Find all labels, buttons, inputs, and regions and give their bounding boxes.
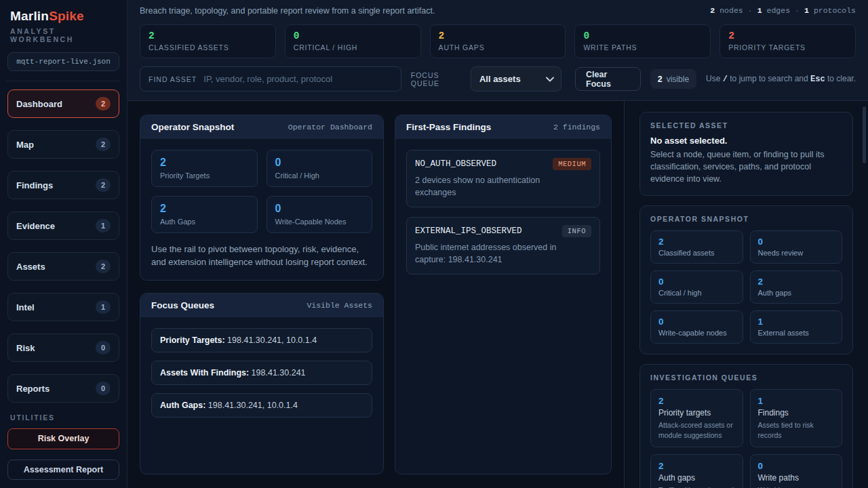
content-row: Operator Snapshot Operator Dashboard 2 P… (127, 101, 868, 488)
sidebar-item-label: Evidence (16, 221, 55, 231)
sidebar-item-map[interactable]: Map 2 (7, 130, 119, 159)
visible-count: 2 (658, 75, 663, 84)
esc-key-hint: Esc (810, 75, 825, 84)
card-title: First-Pass Findings (406, 122, 491, 132)
finding-description: 2 devices show no authentication exchang… (415, 175, 565, 199)
clear-focus-button[interactable]: Clear Focus (575, 67, 641, 91)
hint-text: to clear. (825, 74, 856, 83)
tile-label: Write-capable nodes (658, 329, 735, 337)
tile-value: 2 (160, 157, 249, 169)
first-pass-findings-card: First-Pass Findings 2 findings NO_AUTH_O… (395, 115, 612, 474)
queue-tile-auth-gaps[interactable]: 2 Auth gaps Traffic without observed aut… (650, 454, 743, 488)
brand-subtitle: ANALYST WORKBENCH (10, 27, 117, 43)
assessment-report-button[interactable]: Assessment Report (7, 460, 119, 481)
sidebar-nav: Dashboard 2 Map 2 Findings 2 Evidence 1 … (7, 89, 119, 403)
queue-row-assets-with-findings[interactable]: Assets With Findings: 198.41.30.241 (151, 361, 372, 385)
finding-code: NO_AUTH_OBSERVED (415, 159, 496, 169)
chevron-down-icon (546, 74, 554, 84)
tile-priority-targets: 2 Priority Targets (151, 150, 258, 187)
tile-auth-gaps: 2 Auth Gaps (151, 196, 258, 233)
card-header: Focus Queues Visible Assets (140, 293, 383, 317)
report-artifact-pill[interactable]: mqtt-report-live.json (7, 52, 119, 71)
brand-logo: MarlinSpike (7, 9, 119, 24)
queue-row-label: Assets With Findings: (160, 368, 249, 378)
rail-tile-critical-high: 0 Critical / high (650, 270, 743, 304)
brand-name-accent: Spike (49, 9, 84, 23)
tile-write-capable-nodes: 0 Write-Capable Nodes (267, 196, 373, 233)
kpi-critical-high: 0 CRITICAL / HIGH (285, 24, 421, 58)
kpi-row: 2 CLASSIFIED ASSETS 0 CRITICAL / HIGH 2 … (127, 21, 868, 66)
queue-row-value: 198.41.30.241, 10.0.1.4 (205, 401, 298, 410)
kpi-value: 0 (583, 30, 702, 41)
rail-operator-snapshot-panel: OPERATOR SNAPSHOT 2 Classified assets 0 … (639, 205, 853, 354)
tile-description: Writable or program-capable edges (758, 485, 835, 488)
kpi-priority-targets: 2 PRIORITY TARGETS (719, 24, 856, 58)
sidebar-item-intel[interactable]: Intel 1 (7, 293, 119, 321)
queue-row-priority-targets[interactable]: Priority Targets: 198.41.30.241, 10.0.1.… (151, 328, 372, 352)
selected-asset-body: Select a node, queue item, or finding to… (650, 148, 842, 185)
finding-no-auth-observed[interactable]: NO_AUTH_OBSERVED MEDIUM 2 devices show n… (406, 150, 600, 207)
sidebar-item-findings[interactable]: Findings 2 (7, 171, 119, 199)
tile-value: 0 (658, 277, 735, 287)
find-asset-box[interactable]: FIND ASSET (140, 66, 401, 92)
kpi-label: CRITICAL / HIGH (294, 43, 412, 52)
sidebar-item-count: 1 (96, 219, 111, 232)
queue-tile-write-paths[interactable]: 0 Write paths Writable or program-capabl… (750, 454, 843, 488)
visible-label: visible (667, 75, 689, 84)
sidebar-item-dashboard[interactable]: Dashboard 2 (7, 89, 119, 118)
tile-value: 0 (758, 237, 835, 247)
sidebar-item-evidence[interactable]: Evidence 1 (7, 211, 119, 240)
tile-label: Priority Targets (160, 171, 249, 180)
queue-row-value: 198.41.30.241, 10.0.1.4 (225, 336, 317, 345)
queue-tile-findings[interactable]: 1 Findings Assets tied to risk records (750, 389, 843, 447)
focus-queue-value: All assets (479, 74, 521, 84)
tile-value: 2 (658, 461, 735, 471)
sidebar-item-count: 2 (96, 178, 111, 192)
selected-asset-panel: SELECTED ASSET No asset selected. Select… (639, 112, 853, 196)
tile-value: 0 (275, 203, 364, 215)
queue-row-auth-gaps[interactable]: Auth Gaps: 198.41.30.241, 10.0.1.4 (151, 393, 372, 418)
main-area: Breach triage, topology, and portable re… (127, 0, 868, 488)
kpi-value: 2 (149, 30, 267, 41)
focus-queue-select[interactable]: All assets (471, 66, 561, 92)
hint-text: to jump to search and (728, 74, 810, 83)
protocols-count: 1 (804, 6, 809, 15)
tile-value: 1 (758, 317, 835, 327)
rail-tile-classified-assets: 2 Classified assets (650, 230, 743, 264)
card-header: Operator Snapshot Operator Dashboard (140, 115, 383, 139)
nodes-label: nodes (719, 6, 743, 15)
tile-label: Classified assets (658, 249, 735, 257)
content-columns: Operator Snapshot Operator Dashboard 2 P… (127, 101, 624, 488)
find-asset-input[interactable] (203, 74, 392, 84)
sidebar-item-label: Assets (16, 262, 45, 272)
stat-separator: · (748, 6, 753, 15)
keyboard-hint: Use / to jump to search and Esc to clear… (706, 74, 856, 84)
protocols-label: protocols (814, 6, 856, 15)
sidebar-item-assets[interactable]: Assets 2 (7, 252, 119, 281)
rail-scrollbar[interactable] (863, 106, 866, 163)
card-meta: Operator Dashboard (288, 123, 372, 131)
sidebar-item-reports[interactable]: Reports 0 (7, 374, 119, 403)
card-header: First-Pass Findings 2 findings (395, 115, 611, 139)
rail-tile-needs-review: 0 Needs review (750, 230, 843, 264)
finding-external-ips-observed[interactable]: EXTERNAL_IPS_OBSERVED INFO Public intern… (406, 217, 600, 274)
top-strip: Breach triage, topology, and portable re… (127, 0, 868, 101)
tile-value: 0 (658, 317, 735, 327)
tile-label: Write paths (758, 473, 835, 483)
queue-tile-priority-targets[interactable]: 2 Priority targets Attack-scored assets … (650, 389, 743, 447)
kpi-value: 2 (439, 30, 557, 41)
column-middle: First-Pass Findings 2 findings NO_AUTH_O… (395, 115, 612, 474)
rail-tile-write-capable-nodes: 0 Write-capable nodes (650, 310, 743, 344)
risk-overlay-button[interactable]: Risk Overlay (7, 428, 119, 449)
tile-label: Auth gaps (658, 473, 735, 483)
tile-value: 2 (758, 277, 835, 287)
finding-header: NO_AUTH_OBSERVED MEDIUM (415, 158, 591, 170)
stat-separator: · (795, 6, 800, 15)
snapshot-tile-grid: 2 Priority Targets 0 Critical / High 2 A… (151, 150, 372, 233)
column-left: Operator Snapshot Operator Dashboard 2 P… (140, 115, 384, 474)
utilities-heading: UTILITIES (10, 413, 117, 422)
queue-row-label: Priority Targets: (160, 336, 225, 345)
focus-queues-card: Focus Queues Visible Assets Priority Tar… (140, 293, 384, 474)
sidebar-item-risk[interactable]: Risk 0 (7, 333, 119, 362)
hint-text: Use (706, 74, 723, 83)
